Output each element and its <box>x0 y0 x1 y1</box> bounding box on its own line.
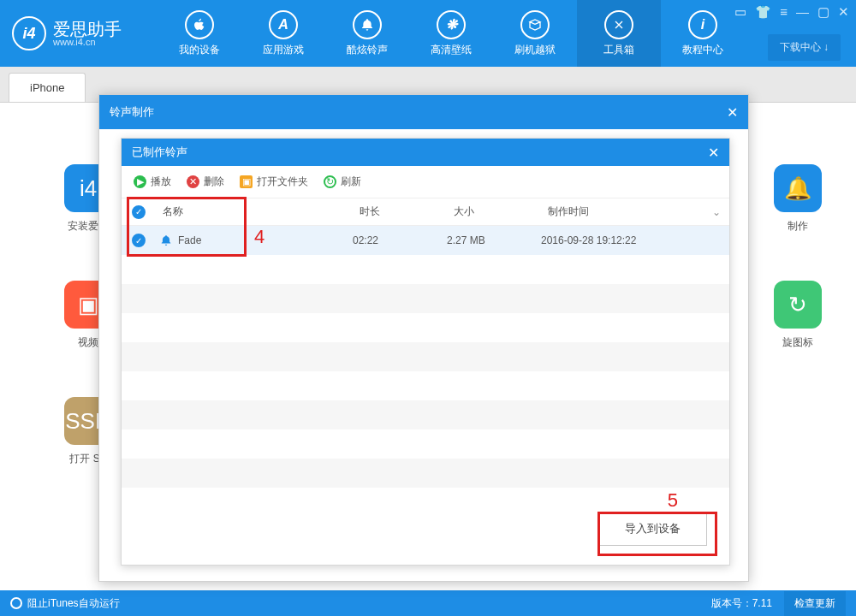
table-row[interactable]: ✓ Fade 02:22 2.27 MB 2016-09-28 19:12:22 <box>122 226 729 255</box>
tool-label: 旋图标 <box>782 335 813 350</box>
ringtone-icon <box>159 234 173 247</box>
btn-label: 打开文件夹 <box>257 175 308 189</box>
nav-ringtones[interactable]: 酷炫铃声 <box>325 0 409 67</box>
skin-icon[interactable]: 👕 <box>755 4 771 20</box>
ringtone-table: ✓ 名称 时长 大小 制作时间 ⌄ ✓ Fade 02:22 <box>122 198 729 488</box>
main-content: i4 安装爱思 🔔 制作 ▣ 视频 ↻ 旋图标 SSH 打开 SS 铃声制作 ✕… <box>0 103 856 590</box>
feedback-icon[interactable]: ▭ <box>734 4 746 20</box>
table-header: ✓ 名称 时长 大小 制作时间 ⌄ <box>122 198 729 226</box>
nav-label: 工具箱 <box>603 43 634 57</box>
minimize-icon[interactable]: — <box>796 4 809 20</box>
dialog-title: 铃声制作 <box>110 104 154 120</box>
close-icon[interactable]: ✕ <box>838 4 849 20</box>
made-ringtones-dialog: 已制作铃声 ✕ ▶ 播放 ✕ 删除 ▣ 打开文件夹 ↻ 刷新 <box>121 138 730 566</box>
open-folder-button[interactable]: ▣ 打开文件夹 <box>240 175 308 189</box>
import-to-device-button[interactable]: 导入到设备 <box>598 512 707 546</box>
window-controls: ▭ 👕 ≡ — ▢ ✕ <box>734 4 849 20</box>
tab-iphone[interactable]: iPhone <box>9 73 86 102</box>
nav-label: 酷炫铃声 <box>347 43 388 57</box>
close-icon[interactable]: ✕ <box>727 104 738 121</box>
tool-label: 视频 <box>78 335 98 350</box>
column-duration[interactable]: 时长 <box>353 204 447 219</box>
refresh-button[interactable]: ↻ 刷新 <box>324 175 361 189</box>
column-name[interactable]: 名称 <box>156 204 353 219</box>
sort-indicator-icon[interactable]: ⌄ <box>704 206 729 218</box>
dialog-titlebar: 铃声制作 ✕ <box>99 95 748 129</box>
nav-label: 刷机越狱 <box>514 43 556 57</box>
delete-icon: ✕ <box>187 175 199 188</box>
refresh-icon: ↻ <box>324 175 336 188</box>
nav-label: 高清壁纸 <box>431 43 472 57</box>
cell-size: 2.27 MB <box>447 234 541 246</box>
rotate-icon: ↻ <box>774 281 822 329</box>
status-bar: 阻止iTunes自动运行 版本号：7.11 检查更新 <box>0 590 856 616</box>
btn-label: 播放 <box>151 175 171 189</box>
nav-label: 我的设备 <box>179 43 220 57</box>
download-center-button[interactable]: 下载中心 ↓ <box>768 34 841 61</box>
app-logo: i4 爱思助手 www.i4.cn <box>12 16 158 50</box>
nav-label: 教程中心 <box>682 43 723 57</box>
nav-apps[interactable]: A 应用游戏 <box>241 0 325 67</box>
menu-icon[interactable]: ≡ <box>780 4 788 20</box>
annotation-label-5: 5 <box>668 489 678 512</box>
bell-plus-icon: 🔔 <box>774 164 822 212</box>
btn-label: 刷新 <box>341 175 361 189</box>
logo-badge-icon: i4 <box>12 16 46 50</box>
bell-icon <box>353 10 382 39</box>
nav-toolbox[interactable]: 工具箱 <box>577 0 661 67</box>
tool-label: 制作 <box>788 219 808 234</box>
close-icon[interactable]: ✕ <box>708 145 719 161</box>
empty-rows <box>122 255 729 488</box>
tool-rotate[interactable]: ↻ 旋图标 <box>774 281 822 350</box>
box-icon <box>520 10 550 39</box>
cell-duration: 02:22 <box>353 234 447 246</box>
select-all-checkbox[interactable]: ✓ <box>122 205 156 219</box>
app-url: www.i4.cn <box>53 38 122 47</box>
maximize-icon[interactable]: ▢ <box>817 4 829 20</box>
cell-name: Fade <box>178 234 201 246</box>
btn-label: 删除 <box>204 175 224 189</box>
ringtone-maker-dialog: 铃声制作 ✕ 已制作铃声 ✕ ▶ 播放 ✕ 删除 ▣ 打开文件夹 <box>98 94 749 582</box>
block-itunes-label[interactable]: 阻止iTunes自动运行 <box>27 596 120 611</box>
folder-icon: ▣ <box>240 175 253 188</box>
app-header: i4 爱思助手 www.i4.cn 我的设备 A 应用游戏 酷炫铃声 ❋ 高清壁… <box>0 0 856 67</box>
check-update-button[interactable]: 检查更新 <box>784 591 846 616</box>
nav-tutorials[interactable]: i 教程中心 <box>661 0 745 67</box>
ringtone-toolbar: ▶ 播放 ✕ 删除 ▣ 打开文件夹 ↻ 刷新 <box>122 166 729 198</box>
apps-icon: A <box>269 10 298 39</box>
play-button[interactable]: ▶ 播放 <box>134 175 171 189</box>
cell-time: 2016-09-28 19:12:22 <box>541 234 704 246</box>
nav-flash[interactable]: 刷机越狱 <box>493 0 577 67</box>
info-icon: i <box>688 10 717 39</box>
row-checkbox[interactable]: ✓ <box>122 234 156 247</box>
nav-label: 应用游戏 <box>263 43 304 57</box>
tools-icon <box>604 10 633 39</box>
nav-wallpaper[interactable]: ❋ 高清壁纸 <box>409 0 493 67</box>
tool-make-ringtone[interactable]: 🔔 制作 <box>774 164 822 234</box>
toggle-icon[interactable] <box>10 597 22 609</box>
dialog-titlebar: 已制作铃声 ✕ <box>122 139 729 166</box>
apple-icon <box>185 10 214 39</box>
app-name: 爱思助手 <box>53 21 122 38</box>
play-icon: ▶ <box>134 175 146 188</box>
column-time[interactable]: 制作时间 <box>541 204 704 219</box>
nav-my-device[interactable]: 我的设备 <box>158 0 241 67</box>
dialog-title: 已制作铃声 <box>132 145 187 160</box>
delete-button[interactable]: ✕ 删除 <box>187 175 224 189</box>
column-size[interactable]: 大小 <box>447 204 541 219</box>
flower-icon: ❋ <box>437 10 466 39</box>
version-label: 版本号：7.11 <box>711 596 772 611</box>
